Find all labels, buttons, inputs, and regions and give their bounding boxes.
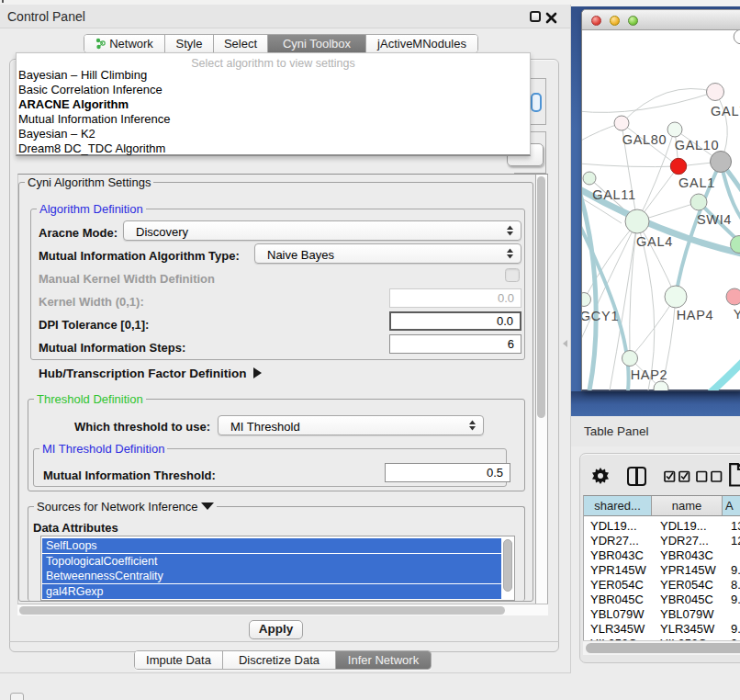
svg-text:GCY1: GCY1 [582, 309, 619, 323]
svg-text:HAP2: HAP2 [631, 367, 668, 382]
svg-text:GAL7: GAL7 [711, 104, 740, 119]
svg-text:GAL80: GAL80 [622, 132, 667, 147]
svg-text:SWI4: SWI4 [697, 212, 732, 227]
svg-text:Y: Y [734, 307, 740, 322]
svg-text:HAP4: HAP4 [677, 308, 714, 322]
svg-text:GAL1: GAL1 [678, 175, 715, 190]
svg-text:GAL10: GAL10 [675, 138, 720, 152]
svg-text:GAL4: GAL4 [636, 234, 673, 249]
svg-text:GAL11: GAL11 [592, 187, 636, 202]
